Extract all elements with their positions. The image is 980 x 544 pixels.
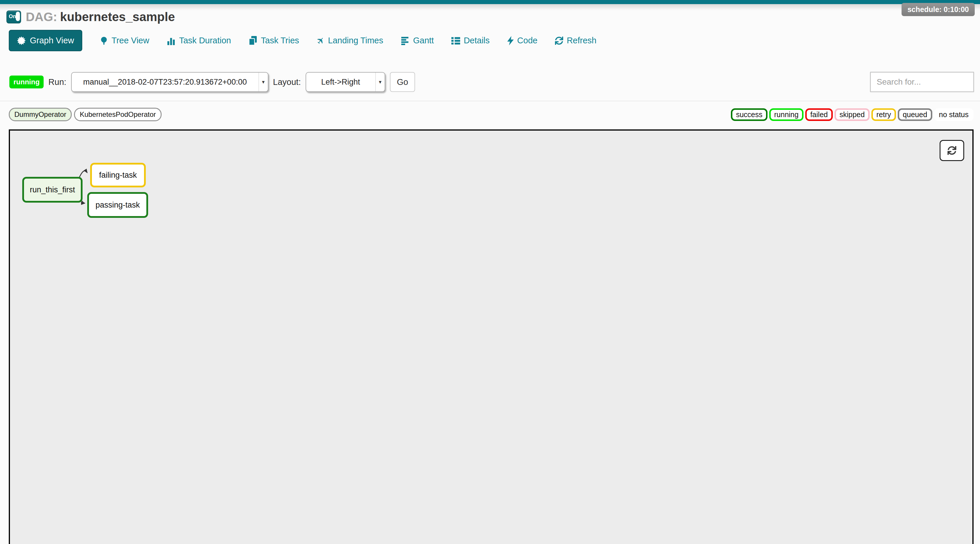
tab-label: Task Tries: [261, 36, 299, 45]
dag-name: kubernetes_sample: [60, 10, 175, 24]
run-select-value: manual__2018-02-07T23:57:20.913672+00:00: [72, 78, 258, 87]
state-legend-skipped: skipped: [835, 108, 870, 121]
chevron-down-icon: ▾: [375, 73, 385, 91]
operator-legend-kubernetespodoperator: KubernetesPodOperator: [74, 108, 161, 121]
tab-label: Code: [517, 36, 538, 45]
tree-icon: [100, 36, 108, 45]
state-legend-queued: queued: [898, 108, 932, 121]
tab-label: Gantt: [413, 36, 434, 45]
go-button[interactable]: Go: [390, 72, 415, 92]
operator-legend-dummyoperator: DummyOperator: [9, 108, 72, 121]
task-node-passing-task[interactable]: passing-task: [87, 192, 148, 218]
top-navbar: [0, 0, 980, 4]
run-controls: running Run: manual__2018-02-07T23:57:20…: [10, 72, 974, 92]
task-node-failing-task[interactable]: failing-task: [90, 163, 146, 188]
state-legend-success: success: [731, 108, 767, 121]
tab-label: Details: [464, 36, 490, 45]
state-legend-retry: retry: [872, 108, 896, 121]
tab-label: Graph View: [30, 36, 74, 45]
task-node-run-this-first[interactable]: run_this_first: [22, 177, 83, 203]
sync-icon: [555, 37, 563, 45]
bar-chart-icon: [167, 36, 176, 45]
plane-icon: ✈: [314, 35, 327, 46]
run-select[interactable]: manual__2018-02-07T23:57:20.913672+00:00…: [71, 72, 269, 92]
layout-select-value: Left->Right: [306, 78, 375, 87]
tab-details[interactable]: Details: [451, 36, 490, 45]
page-header: On DAG:kubernetes_sample: [6, 10, 175, 24]
divider: [0, 101, 980, 101]
tab-label: Tree View: [111, 36, 149, 45]
task-node-label: failing-task: [99, 171, 137, 180]
state-legend-no-status: no status: [934, 108, 974, 121]
run-label: Run:: [48, 77, 66, 87]
bolt-icon: [507, 36, 514, 45]
copy-icon: [248, 36, 257, 45]
tab-label: Task Duration: [179, 36, 231, 45]
state-legend-failed: failed: [805, 108, 833, 121]
topbar-shadow: [0, 4, 980, 11]
toggle-on-label: On: [9, 13, 16, 20]
run-status-badge: running: [10, 76, 44, 88]
tab-label: Landing Times: [328, 36, 383, 45]
list-icon: [451, 36, 460, 45]
graph-refresh-button[interactable]: [940, 140, 964, 161]
burst-icon: [17, 36, 26, 45]
tab-tree-view[interactable]: Tree View: [100, 36, 149, 45]
legend-row: DummyOperator KubernetesPodOperator succ…: [9, 108, 974, 121]
tab-code[interactable]: Code: [507, 36, 538, 45]
task-node-label: run_this_first: [30, 185, 75, 194]
toggle-knob-icon: [16, 12, 20, 21]
chevron-down-icon: ▾: [258, 73, 268, 91]
schedule-badge: schedule: 0:10:00: [902, 3, 975, 16]
tab-task-duration[interactable]: Task Duration: [167, 36, 231, 45]
layout-select[interactable]: Left->Right ▾: [305, 72, 385, 92]
dag-prefix-label: DAG:: [26, 10, 57, 24]
tab-graph-view[interactable]: Graph View: [9, 30, 82, 51]
dag-pause-toggle[interactable]: On: [6, 11, 21, 24]
tab-landing-times[interactable]: ✈ Landing Times: [317, 36, 383, 45]
gantt-icon: [401, 36, 409, 45]
state-legend: success running failed skipped retry que…: [731, 108, 974, 121]
search-input[interactable]: [870, 72, 974, 92]
page-title: DAG:kubernetes_sample: [26, 10, 175, 24]
view-nav: Graph View Tree View Task Duration Task …: [9, 30, 597, 51]
layout-label: Layout:: [273, 77, 301, 87]
dag-graph-canvas[interactable]: run_this_first failing-task passing-task: [9, 129, 974, 544]
edge-run-this-first-to-failing-task: [79, 171, 87, 178]
sync-icon: [948, 146, 956, 155]
state-legend-running: running: [769, 108, 803, 121]
airflow-graph-view-page: schedule: 0:10:00 On DAG:kubernetes_samp…: [0, 0, 980, 544]
tab-gantt[interactable]: Gantt: [401, 36, 434, 45]
tab-task-tries[interactable]: Task Tries: [248, 36, 299, 45]
task-node-label: passing-task: [95, 200, 140, 210]
tab-label: Refresh: [567, 36, 597, 45]
tab-refresh[interactable]: Refresh: [555, 36, 597, 45]
